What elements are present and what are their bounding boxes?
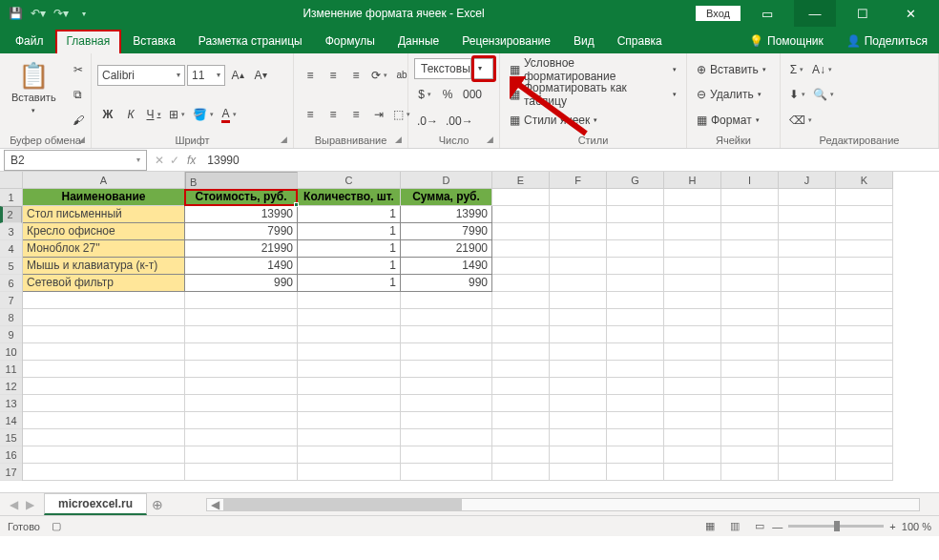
enter-formula-icon[interactable]: ✓ — [170, 154, 179, 167]
cell[interactable]: 1 — [298, 258, 401, 275]
col-header-E[interactable]: E — [492, 172, 550, 189]
align-dialog-icon[interactable]: ◢ — [395, 135, 402, 144]
align-center-button[interactable]: ≡ — [323, 104, 344, 125]
cell[interactable] — [23, 446, 185, 464]
cell[interactable] — [23, 292, 185, 309]
cell[interactable] — [298, 309, 401, 326]
cell[interactable] — [779, 446, 836, 464]
cell[interactable]: Кресло офисное — [23, 223, 185, 240]
cell[interactable] — [664, 326, 721, 343]
cell[interactable] — [607, 275, 664, 292]
cell[interactable] — [185, 378, 298, 395]
cell[interactable] — [779, 395, 836, 412]
cell[interactable] — [721, 464, 779, 481]
cell[interactable] — [492, 258, 550, 275]
share-button[interactable]: 👤Поделиться — [835, 34, 939, 53]
comma-format-button[interactable]: 000 — [460, 84, 485, 105]
tab-data[interactable]: Данные — [386, 30, 450, 53]
cell[interactable] — [401, 412, 492, 429]
cell[interactable] — [779, 378, 836, 395]
cell[interactable] — [298, 429, 401, 446]
cell[interactable] — [664, 189, 721, 206]
align-top-button[interactable]: ≡ — [300, 65, 321, 86]
cell[interactable] — [23, 326, 185, 343]
cell[interactable] — [721, 429, 779, 446]
cell[interactable] — [836, 343, 893, 361]
row-header-7[interactable]: 7 — [0, 292, 22, 309]
cell[interactable] — [23, 395, 185, 412]
cell[interactable] — [607, 206, 664, 223]
cell[interactable] — [836, 361, 893, 378]
cell[interactable] — [779, 275, 836, 292]
row-header-17[interactable]: 17 — [0, 464, 22, 481]
cell[interactable] — [721, 189, 779, 206]
name-box[interactable]: B2▾ — [4, 150, 147, 171]
cell[interactable]: 13990 — [401, 206, 492, 223]
zoom-out-button[interactable]: — — [772, 521, 782, 532]
cell[interactable] — [607, 361, 664, 378]
sheet-tab[interactable]: microexcel.ru — [44, 493, 147, 515]
cell[interactable] — [492, 206, 550, 223]
autosum-button[interactable]: Σ — [786, 59, 807, 80]
cell[interactable] — [721, 378, 779, 395]
align-middle-button[interactable]: ≡ — [323, 65, 344, 86]
copy-button[interactable]: ⧉ — [68, 84, 89, 105]
tab-formulas[interactable]: Формулы — [314, 30, 386, 53]
cell[interactable]: 21990 — [185, 240, 298, 258]
redo-icon[interactable]: ↷▾ — [53, 6, 69, 21]
cell[interactable] — [492, 326, 550, 343]
cell[interactable] — [664, 361, 721, 378]
new-sheet-button[interactable]: ⊕ — [147, 497, 168, 512]
cell[interactable] — [492, 395, 550, 412]
cell[interactable] — [664, 343, 721, 361]
cell[interactable] — [492, 429, 550, 446]
cell[interactable] — [492, 464, 550, 481]
font-name-select[interactable]: Calibri▾ — [97, 65, 185, 86]
cell[interactable] — [779, 206, 836, 223]
cell[interactable] — [492, 343, 550, 361]
format-cells-button[interactable]: ▦Формат▾ — [693, 110, 774, 131]
cell[interactable]: Сумма, руб. — [401, 189, 492, 206]
tab-layout[interactable]: Разметка страницы — [187, 30, 314, 53]
cell[interactable] — [550, 223, 607, 240]
delete-cells-button[interactable]: ⊖Удалить▾ — [693, 84, 774, 105]
qat-customize-icon[interactable]: ▾ — [76, 6, 92, 21]
cell[interactable] — [664, 206, 721, 223]
cell[interactable] — [664, 395, 721, 412]
row-header-1[interactable]: 1 — [0, 189, 22, 206]
cell[interactable] — [23, 464, 185, 481]
fill-color-button[interactable]: 🪣 — [190, 104, 217, 125]
cell[interactable] — [836, 412, 893, 429]
cell[interactable] — [721, 395, 779, 412]
worksheet-grid[interactable]: 1234567891011121314151617 ABCDEFGHIJK На… — [0, 172, 939, 492]
cell[interactable] — [298, 395, 401, 412]
row-header-13[interactable]: 13 — [0, 395, 22, 412]
cell[interactable] — [607, 378, 664, 395]
cell[interactable] — [550, 326, 607, 343]
cell[interactable] — [298, 378, 401, 395]
cell[interactable] — [607, 223, 664, 240]
format-painter-button[interactable]: 🖌 — [68, 110, 89, 131]
cell[interactable] — [23, 378, 185, 395]
row-header-14[interactable]: 14 — [0, 412, 22, 429]
col-header-I[interactable]: I — [721, 172, 779, 189]
zoom-slider[interactable] — [788, 525, 884, 528]
cell[interactable] — [23, 361, 185, 378]
column-headers[interactable]: ABCDEFGHIJK — [23, 172, 939, 189]
zoom-in-button[interactable]: + — [889, 521, 895, 532]
cell[interactable] — [401, 464, 492, 481]
row-header-4[interactable]: 4 — [0, 240, 22, 258]
cell[interactable] — [23, 412, 185, 429]
align-left-button[interactable]: ≡ — [300, 104, 321, 125]
cell[interactable]: 1 — [298, 223, 401, 240]
increase-decimal-button[interactable]: .0→ — [414, 111, 441, 132]
cell[interactable] — [779, 343, 836, 361]
tab-help[interactable]: Справка — [606, 30, 674, 53]
cell[interactable] — [836, 309, 893, 326]
cell[interactable] — [721, 292, 779, 309]
cell[interactable] — [550, 189, 607, 206]
cell[interactable] — [721, 343, 779, 361]
cell[interactable] — [607, 343, 664, 361]
cell[interactable] — [721, 206, 779, 223]
bold-button[interactable]: Ж — [97, 104, 118, 125]
